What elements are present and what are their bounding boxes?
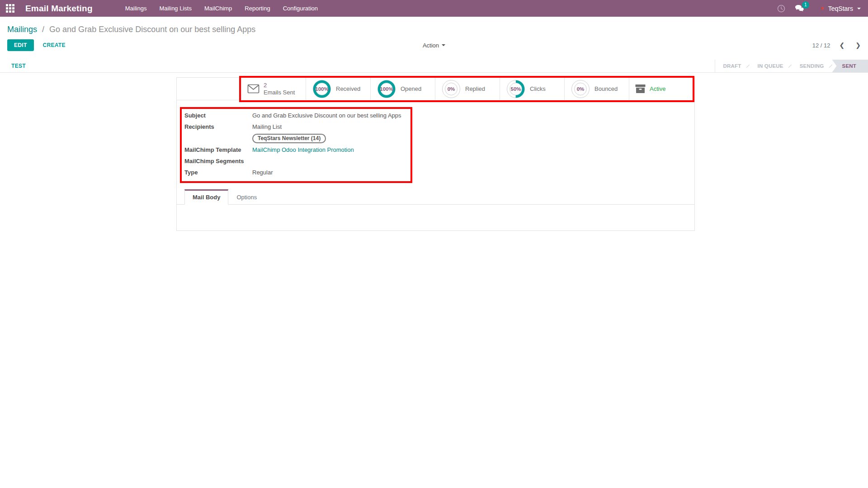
- stage-draft[interactable]: DRAFT: [715, 60, 750, 72]
- stage-in-queue[interactable]: IN QUEUE: [750, 60, 792, 72]
- opened-percent: 100%: [377, 79, 396, 99]
- received-label: Received: [336, 85, 360, 92]
- received-button[interactable]: 100% Received: [306, 78, 370, 100]
- edit-button[interactable]: EDIT: [7, 39, 34, 51]
- envelope-icon: [247, 84, 259, 94]
- emails-sent-count: 2: [264, 82, 295, 89]
- top-navbar: Email Marketing Mailings Mailing Lists M…: [0, 0, 868, 17]
- menu-mailings[interactable]: Mailings: [119, 0, 153, 17]
- apps-menu-button[interactable]: [0, 0, 20, 17]
- subject-value: Go and Grab Exclusive Discount on our be…: [252, 111, 401, 120]
- replied-progress-ring: 0%: [441, 79, 461, 99]
- notebook-tabs: Mail Body Options: [177, 189, 694, 205]
- breadcrumb-current: Go and Grab Exclusive Discount on our be…: [49, 25, 255, 34]
- field-mailchimp-template: MailChimp Template MailChimp Odoo Integr…: [184, 145, 694, 155]
- emails-sent-label: Emails Sent: [264, 89, 295, 96]
- pager-previous-button[interactable]: ❮: [840, 42, 845, 49]
- action-dropdown[interactable]: Action: [423, 42, 445, 49]
- bounced-progress-ring: 0%: [571, 79, 590, 99]
- messages-count-badge: 1: [802, 1, 809, 9]
- menu-reporting[interactable]: Reporting: [238, 0, 276, 17]
- bounced-label: Bounced: [594, 85, 618, 92]
- stage-sending[interactable]: SENDING: [792, 60, 832, 72]
- type-value: Regular: [252, 168, 273, 177]
- mailing-form-sheet: 2 Emails Sent 100% Received: [176, 77, 695, 231]
- field-subject: Subject Go and Grab Exclusive Discount o…: [184, 111, 694, 120]
- field-mailchimp-segments: MailChimp Segments: [184, 157, 694, 166]
- apps-grid-icon: [6, 4, 14, 13]
- recipients-value: Mailing List: [252, 122, 282, 131]
- breadcrumb-separator: /: [42, 25, 44, 34]
- menu-configuration[interactable]: Configuration: [277, 0, 324, 17]
- action-dropdown-label: Action: [423, 42, 439, 49]
- segments-label: MailChimp Segments: [184, 157, 252, 166]
- breadcrumb: Mailings / Go and Grab Exclusive Discoun…: [0, 17, 868, 35]
- mailing-list-tag: TeqStars Newsletter (14): [252, 134, 326, 143]
- status-stages: DRAFT IN QUEUE SENDING SENT: [715, 60, 868, 72]
- template-label: MailChimp Template: [184, 145, 252, 155]
- field-type: Type Regular: [184, 168, 694, 177]
- pager-next-button[interactable]: ❯: [855, 42, 861, 49]
- replied-percent: 0%: [441, 79, 461, 99]
- breadcrumb-mailings-link[interactable]: Mailings: [7, 25, 37, 34]
- topbar-right: 1 ✶ TeqStars: [777, 5, 868, 13]
- pager: 12 / 12 ❮ ❯: [812, 42, 861, 49]
- tab-mail-body[interactable]: Mail Body: [184, 189, 228, 205]
- bounced-percent: 0%: [571, 79, 590, 99]
- control-panel-left: EDIT CREATE: [7, 39, 423, 51]
- opened-progress-ring: 100%: [377, 79, 396, 99]
- stage-sent[interactable]: SENT: [832, 60, 868, 72]
- app-title: Email Marketing: [25, 4, 93, 14]
- mailing-fields: Subject Go and Grab Exclusive Discount o…: [177, 100, 694, 177]
- email-marketing-page: Email Marketing Mailings Mailing Lists M…: [0, 0, 868, 488]
- messages-icon[interactable]: 1: [795, 5, 804, 12]
- pager-value: 12 / 12: [812, 42, 830, 49]
- tab-options[interactable]: Options: [228, 189, 265, 205]
- opened-label: Opened: [401, 85, 421, 92]
- test-button[interactable]: TEST: [11, 63, 26, 69]
- company-logo-icon: ✶: [820, 5, 825, 11]
- replied-button[interactable]: 0% Replied: [435, 78, 500, 100]
- received-progress-ring: 100%: [312, 79, 332, 99]
- clicks-button[interactable]: 50% Clicks: [500, 78, 564, 100]
- control-panel: EDIT CREATE Action 12 / 12 ❮ ❯: [0, 35, 868, 51]
- stat-row-spacer: [177, 78, 241, 100]
- emails-sent-button[interactable]: 2 Emails Sent: [241, 78, 306, 100]
- archive-icon: [635, 84, 646, 94]
- mailchimp-template-link[interactable]: MailChimp Odoo Integration Promotion: [252, 145, 354, 155]
- opened-button[interactable]: 100% Opened: [370, 78, 435, 100]
- activities-clock-icon[interactable]: [777, 5, 785, 13]
- field-recipients-tag: TeqStars Newsletter (14): [184, 134, 694, 143]
- content-area: 2 Emails Sent 100% Received: [0, 73, 868, 231]
- create-button[interactable]: CREATE: [43, 42, 66, 48]
- field-recipients: Recipients Mailing List: [184, 122, 694, 131]
- active-toggle-button[interactable]: Active: [629, 78, 694, 100]
- chevron-down-icon: [857, 8, 861, 9]
- bounced-button[interactable]: 0% Bounced: [564, 78, 629, 100]
- stat-buttons-row: 2 Emails Sent 100% Received: [177, 78, 694, 100]
- recipients-label: Recipients: [184, 122, 252, 131]
- type-label: Type: [184, 168, 252, 177]
- menu-mailing-lists[interactable]: Mailing Lists: [153, 0, 198, 17]
- subject-label: Subject: [184, 111, 252, 120]
- main-menu: Mailings Mailing Lists MailChimp Reporti…: [119, 0, 324, 17]
- clicks-progress-ring: 50%: [506, 79, 526, 99]
- received-percent: 100%: [312, 79, 332, 99]
- user-menu[interactable]: ✶ TeqStars: [820, 5, 861, 12]
- chevron-down-icon: [442, 44, 445, 46]
- clicks-percent: 50%: [506, 79, 526, 99]
- menu-mailchimp[interactable]: MailChimp: [198, 0, 238, 17]
- replied-label: Replied: [465, 85, 485, 92]
- mail-body-content: [177, 205, 694, 230]
- active-label: Active: [650, 85, 665, 92]
- user-name: TeqStars: [828, 5, 853, 12]
- clicks-label: Clicks: [530, 85, 546, 92]
- statusbar: TEST DRAFT IN QUEUE SENDING SENT: [0, 60, 868, 73]
